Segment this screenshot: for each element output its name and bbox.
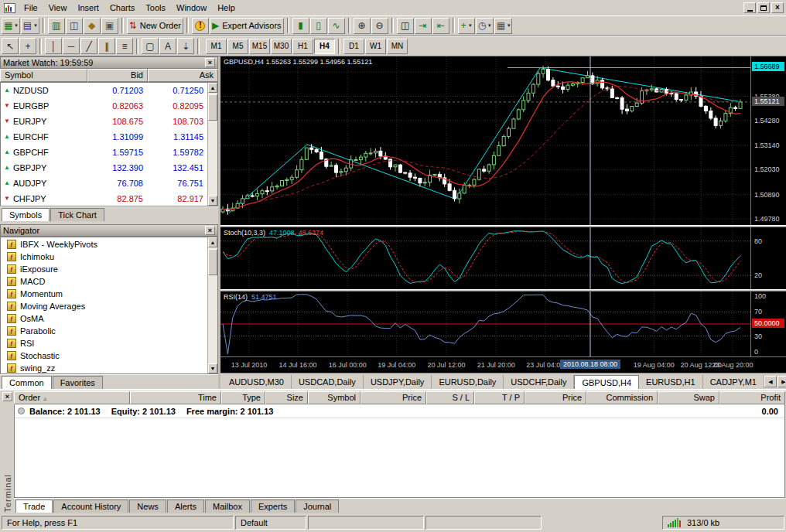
- navigator-tab-favorites[interactable]: Favorites: [53, 376, 103, 389]
- timeframe-mn[interactable]: MN: [387, 39, 408, 54]
- zoom-out-button[interactable]: ⊖: [371, 18, 388, 34]
- navigator-item[interactable]: ƒswing_zz: [1, 362, 207, 374]
- menu-charts[interactable]: Charts: [104, 2, 140, 14]
- market-watch-row[interactable]: ▼EURJPY108.675108.703: [1, 114, 207, 129]
- terminal-column-swap[interactable]: Swap: [658, 391, 719, 404]
- terminal-column-symbol[interactable]: Symbol: [308, 391, 361, 404]
- chart-tab-audusd-m30[interactable]: AUDUSD,M30: [222, 375, 292, 389]
- navigator-close-button[interactable]: ×: [205, 226, 215, 235]
- timeframe-h1[interactable]: H1: [292, 39, 313, 54]
- terminal-tab-account-history[interactable]: Account History: [53, 500, 128, 513]
- new-chart-button[interactable]: ▦▾: [2, 18, 20, 34]
- timeframe-m1[interactable]: M1: [206, 39, 227, 54]
- terminal-column-order[interactable]: Order▵: [14, 391, 130, 404]
- market-watch-close-button[interactable]: ×: [205, 58, 215, 67]
- vertical-line-button[interactable]: │: [45, 38, 62, 54]
- scrollbar-thumb[interactable]: [208, 249, 217, 275]
- market-watch-row[interactable]: ▼CHFJPY82.87582.917: [1, 191, 207, 206]
- minimize-button[interactable]: [743, 2, 756, 13]
- navigator-item[interactable]: ƒMoving Averages: [1, 300, 207, 312]
- timeframe-h4[interactable]: H4: [314, 39, 335, 54]
- terminal-column-price[interactable]: Price: [361, 391, 426, 404]
- equidistant-channel-button[interactable]: ∥: [98, 38, 115, 54]
- navigator-item[interactable]: ƒParabolic: [1, 325, 207, 337]
- navigator-item[interactable]: ƒiExposure: [1, 263, 207, 275]
- price-pane[interactable]: GBPUSD,H4 1.55263 1.55299 1.54956 1.5512…: [220, 56, 786, 225]
- timeframe-m15[interactable]: M15: [249, 39, 270, 54]
- stochastic-plot[interactable]: [220, 227, 750, 289]
- new-order-button[interactable]: ⇅New Order: [127, 18, 183, 34]
- trendline-button[interactable]: ╱: [80, 38, 97, 54]
- terminal-toggle-button[interactable]: ▣: [101, 18, 118, 34]
- restore-button[interactable]: [757, 2, 770, 13]
- candlestick-chart[interactable]: [220, 56, 750, 225]
- terminal-column-price[interactable]: Price: [525, 391, 586, 404]
- chart-tab-cadjpy-m1[interactable]: CADJPY,M1: [703, 375, 764, 389]
- horizontal-line-button[interactable]: ─: [63, 38, 80, 54]
- menu-tools[interactable]: Tools: [140, 2, 171, 14]
- menu-help[interactable]: Help: [212, 2, 241, 14]
- terminal-column-type[interactable]: Type: [221, 391, 265, 404]
- terminal-tab-experts[interactable]: Experts: [251, 500, 295, 513]
- timeframe-m30[interactable]: M30: [271, 39, 292, 54]
- terminal-tab-journal[interactable]: Journal: [296, 500, 339, 513]
- profiles-button[interactable]: ▤▾: [21, 18, 39, 34]
- chart-tab-usdjpy-daily[interactable]: USDJPY,Daily: [364, 375, 432, 389]
- market-watch-row[interactable]: ▲GBPJPY132.390132.451: [1, 160, 207, 176]
- market-watch-row[interactable]: ▲EURCHF1.310991.31145: [1, 129, 207, 145]
- market-watch-row[interactable]: ▲AUDJPY76.70876.751: [1, 176, 207, 191]
- market-watch-tab-symbols[interactable]: Symbols: [2, 208, 50, 221]
- arrows-button[interactable]: ⇣: [177, 38, 194, 54]
- navigator-scrollbar[interactable]: ▲ ▼: [207, 237, 217, 373]
- navigator-item[interactable]: ƒIchimoku: [1, 251, 207, 263]
- text-button[interactable]: A: [159, 38, 176, 54]
- tile-windows-button[interactable]: ◫: [397, 18, 414, 34]
- navigator-toggle-button[interactable]: ◆: [84, 18, 101, 34]
- scroll-up-icon[interactable]: ▲: [208, 237, 217, 247]
- crosshair-button[interactable]: +: [19, 38, 36, 54]
- chart-candles-button[interactable]: ▯: [310, 18, 327, 34]
- chart-shift-button[interactable]: ⇤: [432, 18, 449, 34]
- data-window-toggle-button[interactable]: ◫: [66, 18, 83, 34]
- market-watch-row[interactable]: ▲NZDUSD0.712030.71250: [1, 83, 207, 98]
- terminal-tab-mailbox[interactable]: Mailbox: [205, 500, 250, 513]
- terminal-column-commission[interactable]: Commission: [586, 391, 658, 404]
- market-watch-tab-tick-chart[interactable]: Tick Chart: [50, 208, 104, 221]
- timeframe-d1[interactable]: D1: [343, 39, 364, 54]
- menu-insert[interactable]: Insert: [72, 2, 104, 14]
- market-watch-scrollbar[interactable]: ▲ ▼: [207, 83, 217, 206]
- chart-line-button[interactable]: ∿: [328, 18, 345, 34]
- auto-scroll-button[interactable]: ⇥: [415, 18, 432, 34]
- chart-tab-eurusd-daily[interactable]: EURUSD,Daily: [432, 375, 504, 389]
- market-watch-toggle-button[interactable]: ▥: [48, 18, 65, 34]
- scrollbar-thumb[interactable]: [208, 94, 217, 121]
- chart-tab-eurusd-h1[interactable]: EURUSD,H1: [639, 375, 703, 389]
- navigator-caption[interactable]: Navigator ×: [0, 224, 218, 237]
- rsi-plot[interactable]: [220, 292, 750, 356]
- tab-scroll-left-icon[interactable]: ◀: [764, 376, 777, 387]
- templates-button[interactable]: ▦▾: [494, 18, 513, 34]
- scroll-up-icon[interactable]: ▲: [208, 83, 217, 93]
- navigator-item[interactable]: ƒIBFX - WeeklyPivots: [1, 238, 207, 251]
- chart-tab-usdcad-daily[interactable]: USDCAD,Daily: [292, 375, 364, 389]
- terminal-column-profit[interactable]: Profit: [719, 391, 785, 404]
- navigator-item[interactable]: ƒMomentum: [1, 288, 207, 300]
- menu-view[interactable]: View: [43, 2, 73, 14]
- indicators-button[interactable]: +▾: [458, 18, 475, 34]
- periods-button[interactable]: ◷▾: [476, 18, 494, 34]
- column-header-ask[interactable]: Ask: [148, 69, 218, 82]
- market-watch-caption[interactable]: Market Watch: 19:59:59 ×: [0, 56, 218, 69]
- terminal-tab-alerts[interactable]: Alerts: [167, 500, 204, 513]
- fibonacci-button[interactable]: ≡: [116, 38, 133, 54]
- market-watch-row[interactable]: ▲GBPCHF1.597151.59782: [1, 145, 207, 160]
- terminal-column-time[interactable]: Time: [130, 391, 221, 404]
- shapes-button[interactable]: ▢: [142, 38, 159, 54]
- stochastic-pane[interactable]: Stoch(10,3,3)47.100848.6374 8020: [220, 227, 786, 289]
- rsi-pane[interactable]: RSI(14)51.4751 1007030050.0000: [220, 292, 786, 356]
- terminal-tab-news[interactable]: News: [129, 500, 166, 513]
- terminal-column-size[interactable]: Size: [265, 391, 308, 404]
- chart-tab-usdchf-daily[interactable]: USDCHF,Daily: [504, 375, 574, 389]
- navigator-item[interactable]: ƒStochastic: [1, 350, 207, 362]
- chart-area[interactable]: GBPUSD,H4 1.55263 1.55299 1.54956 1.5512…: [220, 56, 786, 389]
- menu-file[interactable]: File: [19, 2, 43, 14]
